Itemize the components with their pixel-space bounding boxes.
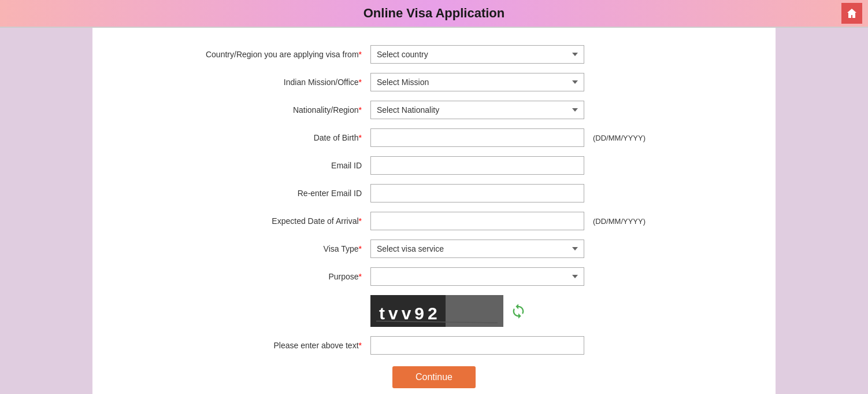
country-label: Country/Region you are applying visa fro… <box>174 50 370 59</box>
home-icon[interactable] <box>841 3 862 24</box>
mission-select[interactable]: Select Mission <box>370 73 584 91</box>
country-required: * <box>359 50 362 59</box>
main-content: Country/Region you are applying visa fro… <box>92 28 776 394</box>
page-title: Online Visa Application <box>363 6 505 21</box>
captcha-refresh-button[interactable] <box>509 302 528 321</box>
captcha-input-row: Please enter above text* <box>174 336 694 355</box>
purpose-row: Purpose* <box>174 267 694 286</box>
nationality-required: * <box>359 105 362 115</box>
captcha-area: tvv92 <box>370 295 528 327</box>
visa-type-select[interactable]: Select visa service <box>370 240 584 258</box>
visa-type-label: Visa Type* <box>174 244 370 253</box>
captcha-input[interactable] <box>370 336 584 355</box>
captcha-row: tvv92 <box>174 295 694 327</box>
arrival-hint: (DD/MM/YYYY) <box>593 217 646 226</box>
arrival-required: * <box>359 216 362 226</box>
re-email-input[interactable] <box>370 184 584 202</box>
outer-background: Country/Region you are applying visa fro… <box>0 28 868 394</box>
dob-hint: (DD/MM/YYYY) <box>593 134 646 142</box>
email-row: Email ID <box>174 156 694 175</box>
mission-label: Indian Mission/Office* <box>174 78 370 87</box>
purpose-required: * <box>359 272 362 281</box>
dob-label: Date of Birth* <box>174 133 370 142</box>
dob-input[interactable] <box>370 128 584 147</box>
nationality-select[interactable]: Select Nationality <box>370 101 584 119</box>
mission-required: * <box>359 78 362 87</box>
dob-row: Date of Birth* (DD/MM/YYYY) <box>174 128 694 147</box>
purpose-select[interactable] <box>370 267 584 286</box>
nationality-row: Nationality/Region* Select Nationality <box>174 101 694 119</box>
captcha-image: tvv92 <box>370 295 503 327</box>
re-email-label: Re-enter Email ID <box>174 189 370 198</box>
country-row: Country/Region you are applying visa fro… <box>174 45 694 64</box>
email-input[interactable] <box>370 156 584 175</box>
mission-row: Indian Mission/Office* Select Mission <box>174 73 694 91</box>
country-select[interactable]: Select country <box>370 45 584 64</box>
purpose-label: Purpose* <box>174 272 370 281</box>
dob-required: * <box>359 133 362 142</box>
visa-type-required: * <box>359 244 362 253</box>
visa-type-row: Visa Type* Select visa service <box>174 240 694 258</box>
continue-button[interactable]: Continue <box>392 366 476 388</box>
captcha-input-label: Please enter above text* <box>174 341 370 350</box>
captcha-input-required: * <box>359 341 362 350</box>
continue-row: Continue <box>174 366 694 388</box>
nationality-label: Nationality/Region* <box>174 105 370 115</box>
re-email-row: Re-enter Email ID <box>174 184 694 202</box>
arrival-row: Expected Date of Arrival* (DD/MM/YYYY) <box>174 212 694 230</box>
arrival-label: Expected Date of Arrival* <box>174 216 370 226</box>
captcha-svg: tvv92 <box>370 295 503 327</box>
email-label: Email ID <box>174 161 370 170</box>
form-container: Country/Region you are applying visa fro… <box>174 45 694 388</box>
captcha-text: tvv92 <box>379 304 441 323</box>
page-header: Online Visa Application <box>0 0 868 28</box>
arrival-input[interactable] <box>370 212 584 230</box>
